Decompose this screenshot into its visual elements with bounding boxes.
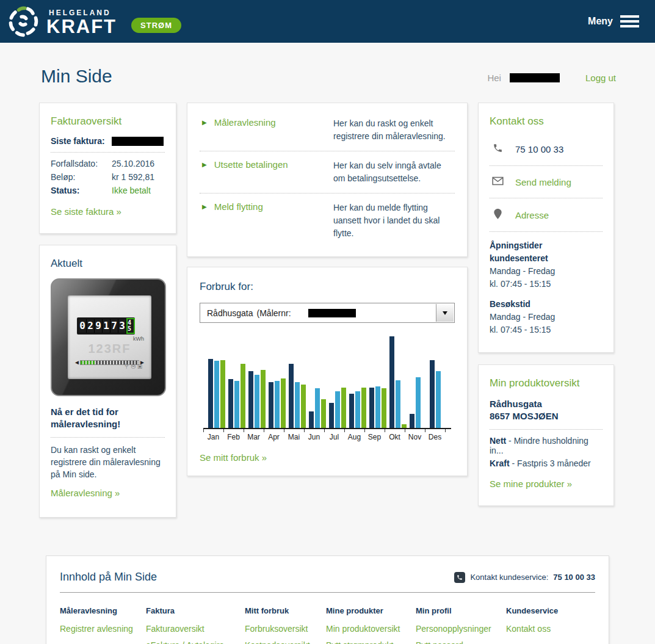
divider [51,152,165,153]
menu-button[interactable]: Meny [588,13,639,30]
invoice-row: Beløp:kr 1 592,81 [51,172,165,182]
chart-month-label: Jul [324,432,344,441]
chart-month-label: Nov [405,432,425,441]
product-list: Nett - Mindre husholdning in...Kraft - F… [490,436,603,468]
chart-bar-group [228,364,245,428]
invoice-row: Status:Ikke betalt [51,186,165,195]
footer-link[interactable]: Kontakt oss [506,624,595,634]
chart-bar-dark-navy-bars [309,411,314,428]
invoice-rows: Forfallsdato:25.10.2016Beløp:kr 1 592,81… [51,159,165,195]
chart-bar-light-blue-bars [335,391,340,428]
contact-card: Kontakt oss 75 10 00 33 Send melding [478,103,614,353]
quick-link[interactable]: Måleravlesning [214,117,276,128]
footer-link[interactable]: Personopplysninger [416,624,506,634]
product-row: Kraft - Fastpris 3 måneder [490,458,603,468]
select-meter-label: (Målernr: [257,308,291,318]
quick-link-row: ▶MåleravlesningHer kan du raskt og enkel… [200,112,455,148]
electricity-meter-image: 029173 45 kWh 123RF ◄ ► ⑂⊜▣ [51,278,166,396]
meter-rolling-digit: 45 [126,318,135,334]
chart-bar-group [369,386,386,428]
footer-link[interactable]: Bytt strømprodukt [326,640,416,644]
last-invoice-label: Siste faktura: [51,136,112,146]
service-label: Kontakt kundeservice: [470,573,548,582]
chart-bar-green-bars [301,385,306,428]
quick-link-row: ▶Meld flyttingHer kan du melde flytting … [200,196,455,245]
invoice-row: Forfallsdato:25.10.2016 [51,159,165,168]
quick-link-row: ▶Utsette betalingenHer kan du selv inngå… [200,154,455,190]
chart-month-label: Apr [264,432,284,441]
page-title: Min Side [41,66,112,87]
quick-link-description: Her kan du selv inngå avtale om betaling… [333,159,452,185]
chart-month-label: Des [425,432,445,441]
address-link[interactable]: Adresse [515,210,549,220]
meter-select-dropdown[interactable]: Rådhusgata (Målernr: [200,303,455,323]
divider [490,429,603,430]
chart-bar-dark-navy-bars [369,388,374,428]
footer-link[interactable]: eFaktura / Avtalegiro [146,640,245,644]
footer-link[interactable]: Bytt passord [416,640,506,644]
footer-column: Mitt forbrukForbruksoversiktKostnadsover… [245,606,326,644]
chart-bar-dark-navy-bars [248,371,253,428]
dropdown-arrow-icon[interactable] [436,304,454,322]
footer-link[interactable]: Registrer avlesning [60,624,146,634]
chart-bar-light-blue-bars [234,381,239,428]
chart-bar-light-blue-bars [315,388,320,428]
footer-column: FakturaFakturaoversikteFaktura / Avtaleg… [146,606,245,644]
footer-link[interactable]: Kostnadsoversikt [245,640,326,644]
chart-bar-group [430,360,447,428]
redacted-invoice-id [112,137,164,146]
send-message-link[interactable]: Send melding [515,177,571,187]
chart-bar-group [208,359,225,428]
aktuelt-title: Aktuelt [51,258,165,270]
chart-month-label: Okt [385,432,405,441]
chart-bar-green-bars [241,364,245,428]
see-consumption-link[interactable]: Se mitt forbruk » [200,452,267,463]
chart-month-labels: JanFebMarAprMaiJunJulAugSepOktNovDes [203,432,451,441]
chart-month-label: Mai [284,432,304,441]
footer-link[interactable]: Forbruksoversikt [245,624,326,634]
footer-title: Innhold på Min Side [60,571,157,584]
chart-bar-group [410,377,427,428]
see-products-link[interactable]: Se mine produkter » [490,479,572,489]
chart-bar-group [289,364,306,428]
chart-bar-green-bars [402,424,407,428]
visiting-hours: Besøkstid Mandag - Fredag kl. 07:45 - 15… [490,298,603,336]
hamburger-icon[interactable] [620,13,639,30]
divider [490,231,603,232]
triangle-bullet-icon: ▶ [202,161,207,168]
chart-bar-light-blue-bars [255,375,259,428]
chart-bar-light-blue-bars [295,382,300,428]
footer-link[interactable]: Fakturaoversikt [146,624,245,634]
product-row: Nett - Mindre husholdning in... [490,436,603,455]
invoice-overview-card: Fakturaoversikt Siste faktura: Forfallsd… [39,103,176,234]
quick-link[interactable]: Utsette betalingen [214,159,288,170]
chart-bar-group [269,378,286,428]
footer-column-header: Min profil [416,606,506,615]
watermark-text: 123RF [68,342,151,356]
maleravlesning-link[interactable]: Måleravlesning » [51,488,120,498]
footer-column: KundeserviceKontakt oss [506,606,595,644]
meter-symbol-icons: ⑂⊜▣ [125,361,144,371]
site-header: HELGELAND KRAFT STRØM Meny [0,0,655,43]
chart-bar-green-bars [261,370,266,428]
chart-bar-group [329,388,346,428]
footer-column-header: Kundeservice [506,606,595,615]
forbruk-card: Forbruk for: Rådhusgata (Målernr: JanFeb… [187,267,468,476]
chart-bar-dark-navy-bars [228,379,233,428]
menu-label[interactable]: Meny [588,16,613,27]
chart-month-label: Jun [304,432,324,441]
brand[interactable]: HELGELAND KRAFT STRØM [6,4,181,38]
redacted-username [510,73,560,82]
quick-link[interactable]: Meld flytting [214,201,263,212]
product-overview-card: Min produktoversikt Rådhusgata 8657 MOSJ… [478,364,614,506]
quick-links-list: ▶MåleravlesningHer kan du raskt og enkel… [200,112,455,245]
logout-link[interactable]: Logg ut [585,73,616,83]
see-last-invoice-link[interactable]: Se siste faktura » [51,206,121,217]
meter-odometer: 029173 45 [77,317,135,335]
brand-main: KRAFT [46,17,117,36]
chart-bar-green-bars [361,388,366,428]
aktuelt-card: Aktuelt 029173 45 kWh 123RF ◄ [39,245,176,518]
footer-link[interactable]: Min produktoversikt [326,624,416,634]
footer-service: Kontakt kundeservice: 75 10 00 33 [454,572,595,583]
quick-links-card: ▶MåleravlesningHer kan du raskt og enkel… [187,103,468,257]
